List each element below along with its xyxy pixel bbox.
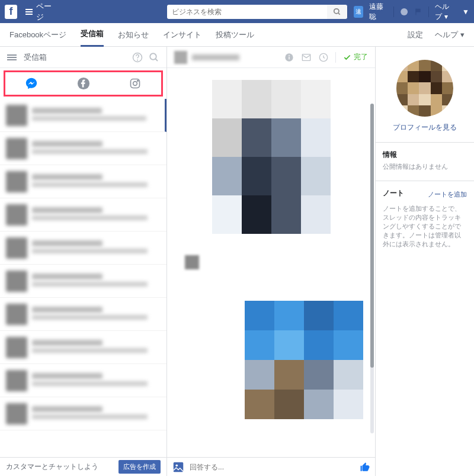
profile-avatar [396, 60, 453, 117]
svg-point-7 [150, 53, 156, 60]
sub-nav: Facebookページ 受信箱 お知らせ インサイト 投稿ツール 設定 ヘルプ … [0, 23, 474, 47]
divider [393, 7, 394, 17]
message-sender-avatar [185, 255, 199, 269]
sidebar-footer: カスタマーとチャットしよう 広告を作成 [0, 457, 166, 476]
subnav-inbox[interactable]: 受信箱 [81, 23, 104, 47]
search-button[interactable] [327, 5, 347, 19]
search-icon [333, 8, 341, 16]
svg-rect-4 [416, 8, 417, 15]
svg-rect-3 [416, 8, 421, 12]
chat-contact-name [192, 54, 239, 60]
mark-done-button[interactable]: 完了 [343, 52, 368, 62]
help-link[interactable]: ヘルプ ▾ [435, 2, 456, 22]
conversation-list [0, 99, 166, 457]
conversation-item[interactable] [0, 198, 166, 231]
sidebar-title: 受信箱 [24, 52, 126, 63]
check-icon [343, 53, 351, 62]
user-name[interactable]: 遠藤 聡 [369, 2, 387, 22]
messenger-icon [25, 77, 38, 90]
search-icon[interactable] [149, 52, 159, 63]
conversation-item[interactable] [0, 331, 166, 364]
subnav-help[interactable]: ヘルプ ▾ [435, 23, 465, 47]
divider [335, 52, 336, 63]
chat-panel: 完了 [167, 47, 376, 476]
svg-point-2 [401, 8, 408, 15]
divider [347, 7, 348, 17]
attach-image-icon[interactable] [172, 461, 185, 474]
view-profile-link[interactable]: プロフィールを見る [383, 123, 467, 133]
conversation-item[interactable] [0, 265, 166, 298]
channel-tabs-highlight [4, 70, 163, 97]
chat-header: 完了 [167, 47, 375, 68]
conversation-item[interactable] [0, 165, 166, 198]
page-label: ページ [36, 1, 56, 22]
conversation-item[interactable] [0, 132, 166, 165]
svg-line-8 [155, 59, 158, 61]
inbox-sidebar: 受信箱 [0, 47, 167, 476]
conversation-item[interactable] [0, 397, 166, 430]
subnav-facebook-page[interactable]: Facebookページ [9, 23, 66, 47]
footer-prompt: カスタマーとチャットしよう [6, 462, 98, 472]
help-circle-icon[interactable] [132, 52, 143, 63]
conversation-item[interactable] [0, 364, 166, 397]
nav-right: 遠 遠藤 聡 ヘルプ ▾ ▼ [347, 2, 469, 22]
svg-point-11 [133, 82, 137, 86]
search-input[interactable] [167, 5, 327, 19]
svg-line-1 [338, 12, 340, 14]
info-empty-text: 公開情報はありません [383, 162, 467, 171]
subnav-insights[interactable]: インサイト [163, 23, 201, 47]
svg-point-6 [137, 60, 138, 60]
info-heading: 情報 [383, 150, 467, 160]
tab-messenger[interactable] [5, 72, 57, 95]
mail-icon[interactable] [301, 53, 312, 62]
chat-footer [167, 457, 375, 476]
add-note-link[interactable]: ノートを追加 [428, 190, 467, 199]
info-icon[interactable] [284, 53, 294, 62]
chat-avatar [174, 51, 187, 64]
conversation-item[interactable] [0, 298, 166, 331]
like-icon[interactable] [360, 462, 370, 472]
scrollbar[interactable] [370, 104, 374, 433]
profile-panel: プロフィールを見る 情報 公開情報はありません ノート ノートを追加 ノートを追… [376, 47, 474, 476]
conversation-item[interactable] [0, 231, 166, 265]
flag-icon[interactable] [414, 7, 422, 17]
settings-caret[interactable]: ▼ [462, 8, 469, 16]
svg-point-0 [334, 8, 339, 13]
svg-point-15 [289, 54, 290, 56]
clock-icon[interactable] [319, 53, 328, 62]
subnav-notifications[interactable]: お知らせ [118, 23, 149, 47]
conversation-item[interactable] [0, 99, 166, 132]
facebook-logo[interactable]: f [5, 5, 17, 19]
instagram-icon [129, 78, 141, 89]
globe-icon[interactable] [400, 7, 408, 17]
note-description: ノートを追加することで、スレッドの内容をトラッキングしやすくすることができます。… [383, 204, 467, 249]
user-avatar-badge[interactable]: 遠 [354, 6, 363, 18]
message-image [212, 80, 331, 234]
search-wrap [167, 5, 347, 19]
chat-body [167, 68, 375, 457]
svg-rect-14 [289, 56, 289, 59]
svg-point-12 [137, 81, 139, 82]
tab-facebook[interactable] [57, 72, 110, 95]
page-menu-button[interactable]: ページ [21, 0, 60, 25]
sidebar-header: 受信箱 [0, 47, 166, 68]
sidebar-menu-icon[interactable] [7, 53, 17, 62]
divider [428, 7, 429, 17]
subnav-settings[interactable]: 設定 [408, 23, 423, 47]
main-layout: 受信箱 [0, 47, 474, 476]
reply-input[interactable] [190, 463, 355, 471]
message-image-reply [245, 301, 363, 419]
facebook-icon [77, 77, 90, 90]
hamburger-icon [25, 8, 33, 16]
top-nav: f ページ 遠 遠藤 聡 ヘルプ ▾ ▼ [0, 0, 474, 23]
subnav-publishing-tools[interactable]: 投稿ツール [216, 23, 254, 47]
tab-instagram[interactable] [109, 72, 161, 95]
create-ad-button[interactable]: 広告を作成 [118, 460, 161, 474]
svg-point-19 [175, 464, 178, 467]
note-heading: ノート [383, 188, 404, 198]
